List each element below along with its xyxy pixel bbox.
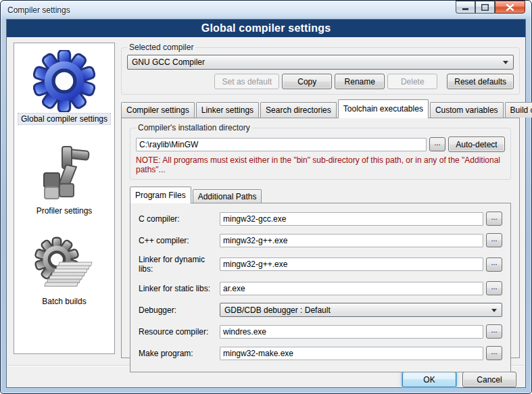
maximize-button[interactable]: [475, 1, 495, 14]
minimize-button[interactable]: [456, 1, 475, 14]
dynamic-linker-row: Linker for dynamic libs: ...: [139, 255, 502, 274]
profiler-caliper-icon: [35, 142, 93, 204]
auto-detect-button[interactable]: Auto-detect: [448, 137, 505, 152]
dynamic-linker-input[interactable]: [220, 257, 483, 271]
program-files-panel: C compiler: ... C++ compiler: ... Linker…: [130, 203, 511, 372]
blue-gear-icon: [33, 50, 95, 112]
static-linker-input[interactable]: [220, 282, 483, 295]
minimize-icon: [462, 4, 469, 10]
sidebar-item-profiler-settings[interactable]: Profiler settings: [34, 142, 95, 216]
subtab-program-files[interactable]: Program Files: [130, 187, 191, 203]
static-linker-row: Linker for static libs: ...: [139, 281, 502, 295]
cpp-compiler-browse-button[interactable]: ...: [486, 233, 502, 247]
titlebar[interactable]: Compiler settings: [1, 1, 531, 19]
copy-button[interactable]: Copy: [282, 74, 332, 89]
programs-subtabstrip: Program Files Additional Paths: [130, 187, 511, 203]
dialog-content: Global compiler settings: [7, 37, 525, 361]
toolchain-executables-panel: Compiler's installation directory ... Au…: [121, 118, 520, 358]
compiler-settings-window: Compiler settings Global compiler settin…: [0, 0, 532, 394]
cpp-compiler-input[interactable]: [220, 234, 483, 247]
c-compiler-label: C compiler:: [139, 214, 220, 224]
resource-compiler-browse-button[interactable]: ...: [486, 324, 502, 339]
dialog-body: Global compiler settings Global compiler…: [6, 19, 526, 388]
batch-builds-gear-icon: [34, 232, 95, 295]
resource-compiler-label: Resource compiler:: [139, 327, 220, 337]
settings-category-sidebar: Global compiler settings: [14, 43, 115, 354]
make-program-browse-button[interactable]: ...: [486, 346, 502, 360]
chevron-down-icon: [503, 61, 508, 64]
settings-tabstrip: Compiler settings Linker settings Search…: [121, 99, 520, 118]
reset-defaults-button[interactable]: Reset defaults: [447, 74, 514, 89]
window-title: Compiler settings: [7, 5, 70, 15]
static-linker-label: Linker for static libs:: [139, 284, 220, 293]
install-dir-input[interactable]: [136, 138, 427, 151]
maximize-icon: [481, 4, 489, 11]
dynamic-linker-label: Linker for dynamic libs:: [139, 255, 220, 274]
delete-button[interactable]: Delete: [387, 74, 437, 89]
make-program-input[interactable]: [220, 347, 483, 360]
dynamic-linker-browse-button[interactable]: ...: [486, 257, 502, 272]
resource-compiler-input[interactable]: [220, 325, 483, 339]
cpp-compiler-label: C++ compiler:: [139, 236, 220, 245]
install-dir-row: ... Auto-detect: [136, 137, 505, 152]
sidebar-item-label: Batch builds: [39, 296, 89, 307]
sidebar-item-batch-builds[interactable]: Batch builds: [34, 232, 95, 307]
compiler-buttons-row: Set as default Copy Rename Delete Reset …: [127, 74, 514, 89]
tab-linker-settings[interactable]: Linker settings: [196, 102, 259, 118]
subtab-additional-paths[interactable]: Additional Paths: [193, 189, 262, 203]
sidebar-item-global-compiler-settings[interactable]: Global compiler settings: [18, 50, 110, 124]
make-program-label: Make program:: [139, 349, 220, 358]
main-panel: Selected compiler GNU GCC Compiler Set a…: [121, 43, 520, 361]
chevron-down-icon: [491, 309, 497, 312]
cpp-compiler-row: C++ compiler: ...: [139, 233, 502, 247]
debugger-select[interactable]: GDB/CDB debugger : Default: [220, 303, 502, 317]
tab-custom-variables[interactable]: Custom variables: [430, 102, 504, 118]
close-button[interactable]: [495, 1, 525, 14]
c-compiler-browse-button[interactable]: ...: [486, 212, 502, 226]
ok-button[interactable]: OK: [402, 372, 456, 387]
cancel-button[interactable]: Cancel: [462, 372, 516, 387]
make-program-row: Make program: ...: [139, 346, 502, 360]
set-as-default-button[interactable]: Set as default: [214, 74, 279, 89]
rename-button[interactable]: Rename: [335, 74, 385, 89]
install-dir-group: Compiler's installation directory ... Au…: [130, 123, 511, 180]
install-dir-browse-button[interactable]: ...: [429, 137, 445, 151]
compiler-select-value: GNU GCC Compiler: [132, 57, 205, 67]
sidebar-item-label: Global compiler settings: [18, 114, 110, 124]
selected-compiler-group: Selected compiler GNU GCC Compiler Set a…: [121, 43, 520, 95]
dialog-header-title: Global compiler settings: [201, 22, 331, 34]
compiler-select[interactable]: GNU GCC Compiler: [127, 55, 514, 70]
resource-compiler-row: Resource compiler: ...: [139, 324, 502, 339]
tab-compiler-settings[interactable]: Compiler settings: [121, 102, 195, 118]
dialog-header: Global compiler settings: [7, 20, 525, 37]
tab-search-directories[interactable]: Search directories: [260, 102, 337, 118]
tab-build-options[interactable]: Build options: [505, 102, 532, 118]
install-dir-note: NOTE: All programs must exist either in …: [136, 155, 505, 174]
window-controls: [456, 1, 525, 14]
install-dir-legend: Compiler's installation directory: [136, 123, 252, 132]
debugger-label: Debugger:: [139, 305, 220, 315]
debugger-row: Debugger: GDB/CDB debugger : Default: [139, 303, 502, 317]
tab-toolchain-executables[interactable]: Toolchain executables: [338, 99, 429, 118]
sidebar-item-label: Profiler settings: [34, 205, 95, 216]
selected-compiler-legend: Selected compiler: [127, 43, 195, 52]
c-compiler-input[interactable]: [220, 212, 483, 226]
c-compiler-row: C compiler: ...: [139, 212, 502, 226]
debugger-select-value: GDB/CDB debugger : Default: [224, 305, 331, 315]
static-linker-browse-button[interactable]: ...: [486, 281, 502, 295]
close-icon: [506, 4, 514, 11]
